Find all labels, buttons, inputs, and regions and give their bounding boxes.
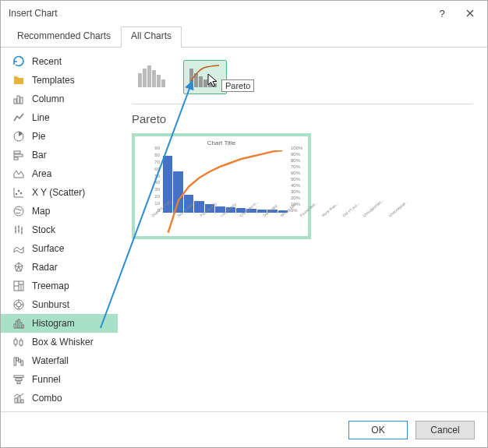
- subtype-pareto[interactable]: Pareto: [183, 60, 227, 94]
- sidebar-label: Area: [32, 168, 51, 179]
- sidebar-item-histogram[interactable]: Histogram: [1, 314, 118, 333]
- area-icon: [12, 167, 26, 181]
- titlebar: Insert Chart ?: [1, 1, 487, 26]
- svg-rect-31: [147, 65, 151, 87]
- treemap-icon: [12, 279, 26, 293]
- sidebar-item-radar[interactable]: Radar: [1, 258, 118, 277]
- svg-rect-0: [14, 99, 16, 104]
- sidebar-label: Templates: [32, 75, 75, 86]
- bars: [163, 150, 288, 213]
- chart-type-list: Recent Templates Column Line Pie Bar Are…: [1, 48, 118, 411]
- sidebar-item-pie[interactable]: Pie: [1, 127, 118, 146]
- svg-rect-40: [213, 83, 217, 87]
- templates-icon: [12, 73, 26, 87]
- svg-rect-23: [14, 376, 23, 378]
- svg-rect-33: [157, 75, 161, 87]
- svg-rect-39: [208, 82, 212, 87]
- sidebar-item-area[interactable]: Area: [1, 164, 118, 183]
- sidebar-label: Surface: [32, 243, 64, 254]
- svg-point-13: [16, 302, 21, 307]
- dialog-title: Insert Chart: [9, 8, 428, 19]
- svg-rect-22: [21, 361, 23, 365]
- tab-recommended[interactable]: Recommended Charts: [7, 26, 121, 48]
- sidebar-item-funnel[interactable]: Funnel: [1, 370, 118, 389]
- dialog-footer: OK Cancel: [1, 411, 487, 447]
- svg-rect-18: [22, 325, 24, 328]
- tab-all-charts[interactable]: All Charts: [121, 26, 182, 48]
- sidebar-label: Stock: [32, 224, 55, 235]
- sidebar-item-recent[interactable]: Recent: [1, 52, 118, 71]
- sidebar-label: Recent: [32, 56, 62, 67]
- sidebar-label: Map: [32, 206, 50, 217]
- sidebar-item-sunburst[interactable]: Sunburst: [1, 295, 118, 314]
- sidebar-label: Pie: [32, 131, 45, 142]
- sidebar-item-templates[interactable]: Templates: [1, 71, 118, 90]
- svg-rect-19: [14, 358, 16, 365]
- sidebar-item-boxwhisker[interactable]: Box & Whisker: [1, 333, 118, 351]
- boxwhisker-icon: [12, 335, 26, 349]
- map-icon: [12, 204, 26, 218]
- sidebar-item-line[interactable]: Line: [1, 108, 118, 127]
- svg-rect-30: [143, 69, 147, 87]
- close-icon: [466, 9, 474, 17]
- sidebar-label: Histogram: [32, 318, 75, 329]
- sidebar-item-treemap[interactable]: Treemap: [1, 277, 118, 295]
- sidebar-label: Bar: [32, 150, 47, 161]
- recent-icon: [12, 55, 26, 69]
- svg-rect-25: [17, 382, 20, 384]
- combo-icon: [12, 391, 26, 405]
- svg-rect-27: [18, 397, 20, 403]
- sidebar-item-column[interactable]: Column: [1, 90, 118, 108]
- subtype-tooltip: Pareto: [221, 79, 254, 92]
- svg-rect-26: [15, 398, 17, 403]
- svg-rect-6: [14, 157, 18, 160]
- chart-preview[interactable]: Chart Title 0102030405060708090 0%10%20%…: [132, 133, 311, 239]
- sidebar-label: Waterfall: [32, 355, 69, 366]
- pareto-subtype-icon: [188, 64, 222, 90]
- sunburst-icon: [12, 298, 26, 312]
- svg-rect-20: [16, 358, 19, 361]
- svg-point-8: [18, 190, 19, 192]
- sidebar-item-combo[interactable]: Combo: [1, 389, 118, 407]
- section-title: Pareto: [132, 112, 473, 125]
- svg-point-10: [14, 206, 23, 216]
- sidebar-item-scatter[interactable]: X Y (Scatter): [1, 183, 118, 202]
- svg-rect-24: [16, 379, 22, 381]
- histogram-subtype-icon: [136, 64, 171, 90]
- sidebar-label: Box & Whisker: [32, 337, 94, 347]
- svg-rect-32: [152, 70, 156, 87]
- column-icon: [12, 92, 26, 106]
- cancel-button[interactable]: Cancel: [416, 421, 475, 439]
- funnel-icon: [12, 372, 26, 386]
- svg-rect-34: [161, 79, 165, 87]
- subtype-histogram[interactable]: [132, 60, 175, 94]
- chart-subtype-panel: Pareto Pareto Chart Title 01020304050607…: [118, 48, 487, 411]
- help-button[interactable]: ?: [428, 2, 456, 24]
- sidebar-item-waterfall[interactable]: Waterfall: [1, 351, 118, 370]
- ok-button[interactable]: OK: [348, 421, 408, 439]
- sidebar-item-surface[interactable]: Surface: [1, 239, 118, 258]
- sidebar-label: Treemap: [32, 280, 69, 291]
- insert-chart-dialog: Insert Chart ? Recommended Charts All Ch…: [0, 0, 488, 448]
- x-labels: Doesn't meet...Not as des...Poor quality…: [150, 214, 288, 236]
- surface-icon: [12, 242, 26, 256]
- sidebar-item-bar[interactable]: Bar: [1, 146, 118, 164]
- close-button[interactable]: [456, 2, 484, 24]
- sidebar-item-stock[interactable]: Stock: [1, 220, 118, 239]
- sidebar-label: Combo: [32, 393, 62, 404]
- radar-icon: [12, 260, 26, 274]
- sidebar-label: Funnel: [32, 374, 61, 385]
- bar-icon: [12, 148, 26, 162]
- sidebar-label: Column: [32, 93, 64, 104]
- waterfall-icon: [12, 354, 26, 368]
- svg-rect-38: [203, 79, 207, 87]
- preview-chart-title: Chart Title: [135, 139, 308, 146]
- sidebar-label: X Y (Scatter): [32, 187, 85, 198]
- sidebar-label: Radar: [32, 262, 58, 273]
- svg-rect-4: [14, 151, 20, 153]
- sidebar-item-map[interactable]: Map: [1, 202, 118, 220]
- line-icon: [12, 111, 26, 125]
- scatter-icon: [12, 185, 26, 199]
- svg-rect-37: [199, 76, 203, 87]
- svg-rect-1: [17, 96, 19, 104]
